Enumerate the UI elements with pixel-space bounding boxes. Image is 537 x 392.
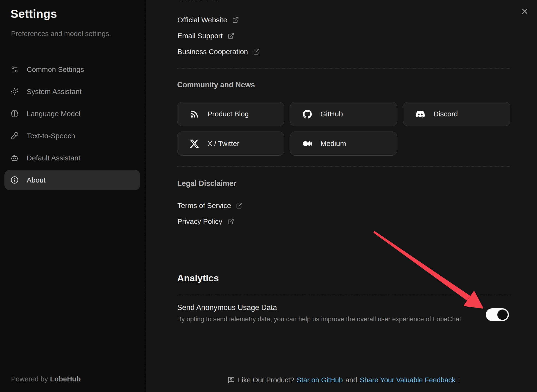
external-link-icon xyxy=(228,32,234,39)
button-label: Discord xyxy=(433,110,458,118)
button-label: Medium xyxy=(320,139,346,148)
external-link-icon xyxy=(253,48,260,55)
section-divider xyxy=(177,295,510,295)
discord-button[interactable]: Discord xyxy=(403,102,510,126)
sidebar-item-label: Language Model xyxy=(27,110,81,118)
brand-logo[interactable]: LobeHub xyxy=(50,375,81,383)
sidebar-menu: Common Settings System Assistant Languag… xyxy=(4,59,140,192)
terms-of-service-link[interactable]: Terms of Service xyxy=(177,200,243,211)
sidebar-item-label: System Assistant xyxy=(27,88,81,96)
link-label: Business Cooperation xyxy=(177,48,248,56)
settings-modal: Settings Preferences and model settings.… xyxy=(0,0,537,392)
info-icon xyxy=(11,176,19,184)
sidebar-item-label: About xyxy=(27,176,45,184)
brain-icon xyxy=(11,110,19,118)
message-heart-icon xyxy=(227,376,235,384)
x-twitter-button[interactable]: X / Twitter xyxy=(177,132,284,156)
page-title: Settings xyxy=(11,7,57,20)
sidebar-item-system-assistant[interactable]: System Assistant xyxy=(4,81,140,102)
link-label: Terms of Service xyxy=(177,202,231,210)
toggle-knob xyxy=(497,310,508,320)
legal-heading: Legal Disclaimer xyxy=(177,179,236,188)
rss-icon xyxy=(190,110,199,119)
button-label: GitHub xyxy=(320,110,343,118)
send-usage-data-description: By opting to send telemetry data, you ca… xyxy=(177,315,463,323)
medium-button[interactable]: Medium xyxy=(290,132,397,156)
button-label: Product Blog xyxy=(207,110,249,118)
footer-text: and xyxy=(345,376,357,384)
link-label: Privacy Policy xyxy=(177,217,222,226)
sparkles-icon xyxy=(11,88,19,95)
send-usage-data-label: Send Anonymous Usage Data xyxy=(177,303,277,313)
legal-links: Terms of Service Privacy Policy xyxy=(177,200,243,232)
contact-links: Official Website Email Support Business … xyxy=(177,15,260,62)
contact-us-heading: Contact Us xyxy=(177,0,220,2)
privacy-policy-link[interactable]: Privacy Policy xyxy=(177,216,243,227)
github-icon xyxy=(303,110,312,119)
section-divider xyxy=(177,68,510,69)
sidebar-item-label: Text-to-Speech xyxy=(27,132,75,140)
close-icon xyxy=(520,7,529,16)
sliders-icon xyxy=(11,65,19,73)
external-link-icon xyxy=(227,218,234,225)
sidebar-item-default-assistant[interactable]: Default Assistant xyxy=(4,148,140,168)
community-heading: Community and News xyxy=(177,81,255,89)
footer-text: Like Our Product? xyxy=(238,376,294,384)
sidebar-item-label: Common Settings xyxy=(27,65,84,74)
product-blog-button[interactable]: Product Blog xyxy=(177,102,284,126)
link-label: Official Website xyxy=(177,16,227,24)
email-support-link[interactable]: Email Support xyxy=(177,31,260,41)
microphone-icon xyxy=(11,132,19,140)
share-feedback-link[interactable]: Share Your Valuable Feedback xyxy=(360,376,456,384)
sidebar-item-common-settings[interactable]: Common Settings xyxy=(4,59,140,80)
community-buttons: Product Blog GitHub Discord X / Twitter … xyxy=(177,102,510,156)
feedback-footer: Like Our Product? Star on GitHub and Sha… xyxy=(177,374,510,386)
sidebar-item-label: Default Assistant xyxy=(27,154,80,162)
page-subtitle: Preferences and model settings. xyxy=(11,30,111,38)
send-usage-data-toggle[interactable] xyxy=(486,308,509,321)
star-on-github-link[interactable]: Star on GitHub xyxy=(297,376,343,384)
footer-text: ! xyxy=(458,376,460,384)
powered-by: Powered byLobeHub xyxy=(11,375,81,383)
close-button[interactable] xyxy=(519,6,530,17)
settings-sidebar: Settings Preferences and model settings.… xyxy=(0,0,146,392)
medium-icon xyxy=(303,139,312,148)
discord-icon xyxy=(416,110,425,119)
sidebar-item-about[interactable]: About xyxy=(4,170,140,190)
button-label: X / Twitter xyxy=(207,139,239,148)
powered-by-text: Powered by xyxy=(11,375,48,383)
official-website-link[interactable]: Official Website xyxy=(177,15,260,25)
x-twitter-icon xyxy=(190,139,199,148)
external-link-icon xyxy=(232,17,239,23)
sidebar-item-language-model[interactable]: Language Model xyxy=(4,103,140,124)
analytics-heading: Analytics xyxy=(177,273,219,284)
section-divider xyxy=(177,166,510,167)
github-button[interactable]: GitHub xyxy=(290,102,397,126)
link-label: Email Support xyxy=(177,32,223,40)
external-link-icon xyxy=(236,202,243,209)
sidebar-item-text-to-speech[interactable]: Text-to-Speech xyxy=(4,126,140,146)
robot-icon xyxy=(11,154,19,162)
business-cooperation-link[interactable]: Business Cooperation xyxy=(177,46,260,57)
